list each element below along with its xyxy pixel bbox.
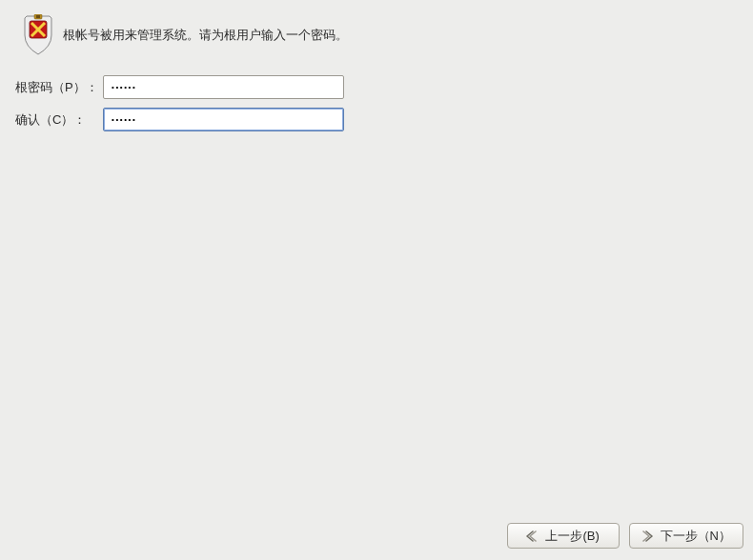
arrow-left-icon xyxy=(526,530,543,543)
next-button[interactable]: 下一步（N） xyxy=(629,523,743,549)
shield-icon xyxy=(17,14,59,56)
arrow-right-icon xyxy=(641,530,659,543)
svg-rect-4 xyxy=(36,15,40,18)
form-section: 根密码（P）： 确认（C）： xyxy=(0,68,753,148)
password-input[interactable] xyxy=(103,75,344,99)
next-label: 下一步（N） xyxy=(661,528,731,545)
back-button[interactable]: 上一步(B) xyxy=(507,523,620,549)
confirm-label: 确认（C）： xyxy=(15,111,103,129)
password-row: 根密码（P）： xyxy=(15,75,738,99)
confirm-input[interactable] xyxy=(103,108,344,131)
back-label: 上一步(B) xyxy=(545,528,599,545)
password-label: 根密码（P）： xyxy=(15,79,103,96)
footer-section: 上一步(B) 下一步（N） xyxy=(0,511,753,560)
header-description: 根帐号被用来管理系统。请为根用户输入一个密码。 xyxy=(63,26,348,45)
header-section: 根帐号被用来管理系统。请为根用户输入一个密码。 xyxy=(0,0,753,68)
confirm-row: 确认（C）： xyxy=(15,108,738,131)
